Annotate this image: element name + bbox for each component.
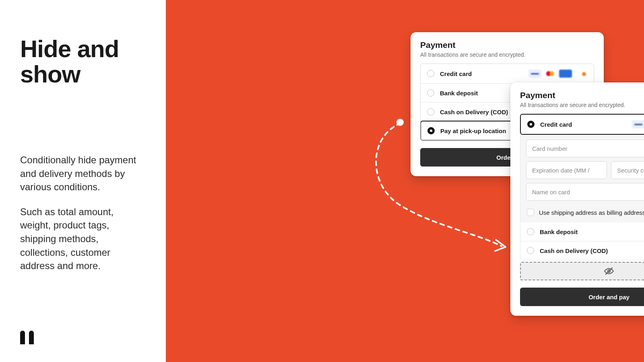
radio-icon — [427, 108, 434, 115]
security-code-input[interactable] — [611, 161, 644, 179]
checkbox-label: Use shipping address as billing address — [539, 209, 644, 216]
brand-logo — [20, 331, 34, 346]
name-on-card-field — [526, 183, 644, 201]
hero-title: Hide and show — [20, 36, 146, 87]
card-brand-logos — [632, 120, 644, 128]
name-on-card-input[interactable] — [526, 183, 644, 201]
radio-selected-icon — [427, 127, 435, 134]
radio-selected-icon — [527, 121, 535, 128]
hero-paragraph-1: Conditionally hide payment and delivery … — [20, 153, 146, 194]
option-label: Cash on Delivery (COD) — [440, 109, 508, 115]
hero-body: Conditionally hide payment and delivery … — [20, 153, 146, 273]
credit-card-form: Use shipping address as billing address — [520, 135, 644, 222]
card-brand-logos — [528, 70, 587, 78]
hidden-payment-option-placeholder — [520, 262, 644, 280]
card-number-input[interactable] — [526, 140, 644, 157]
billing-same-as-shipping[interactable]: Use shipping address as billing address — [526, 205, 644, 217]
visa-icon — [528, 70, 541, 78]
option-label: Bank deposit — [440, 90, 478, 97]
payment-option-credit-card[interactable]: Credit card — [421, 64, 594, 83]
payment-card-after: Payment All transactions are secure and … — [510, 82, 644, 316]
radio-icon — [427, 89, 434, 97]
payment-heading: Payment — [520, 90, 644, 100]
security-code-field — [611, 161, 644, 179]
hero-paragraph-2: Such as total amount, weight, product ta… — [20, 205, 146, 273]
option-label: Credit card — [540, 121, 572, 128]
payment-subtitle: All transactions are secure and encrypte… — [420, 51, 594, 58]
brand-logo-icon — [20, 331, 34, 344]
expiration-input[interactable] — [526, 161, 607, 179]
left-panel: Hide and show Conditionally hide payment… — [0, 0, 166, 362]
radio-icon — [527, 228, 534, 235]
payment-option-cod[interactable]: Cash on Delivery (COD) — [520, 241, 644, 260]
option-label: Credit card — [440, 70, 472, 77]
checkbox-icon — [527, 209, 534, 216]
button-label: Order and pay — [588, 294, 630, 300]
option-label: Bank deposit — [540, 228, 578, 235]
payment-option-credit-card[interactable]: Credit card — [520, 114, 644, 135]
discover-icon — [574, 70, 587, 78]
right-panel: Payment All transactions are secure and … — [166, 0, 644, 362]
option-label: Pay at pick-up location — [440, 128, 506, 134]
amex-icon — [559, 70, 572, 78]
visa-icon — [632, 120, 644, 128]
eye-off-icon — [604, 266, 614, 276]
order-and-pay-button[interactable]: Order and pay — [520, 288, 644, 306]
radio-icon — [427, 70, 434, 77]
option-label: Cash on Delivery (COD) — [540, 247, 608, 254]
radio-icon — [527, 247, 534, 254]
card-number-field — [526, 140, 644, 157]
connector-start-dot-icon — [396, 119, 404, 126]
payment-subtitle: All transactions are secure and encrypte… — [520, 102, 644, 108]
mastercard-icon — [544, 70, 557, 78]
expiration-field — [526, 161, 607, 179]
payment-option-bank-deposit[interactable]: Bank deposit — [520, 222, 644, 241]
payment-heading: Payment — [420, 40, 594, 50]
